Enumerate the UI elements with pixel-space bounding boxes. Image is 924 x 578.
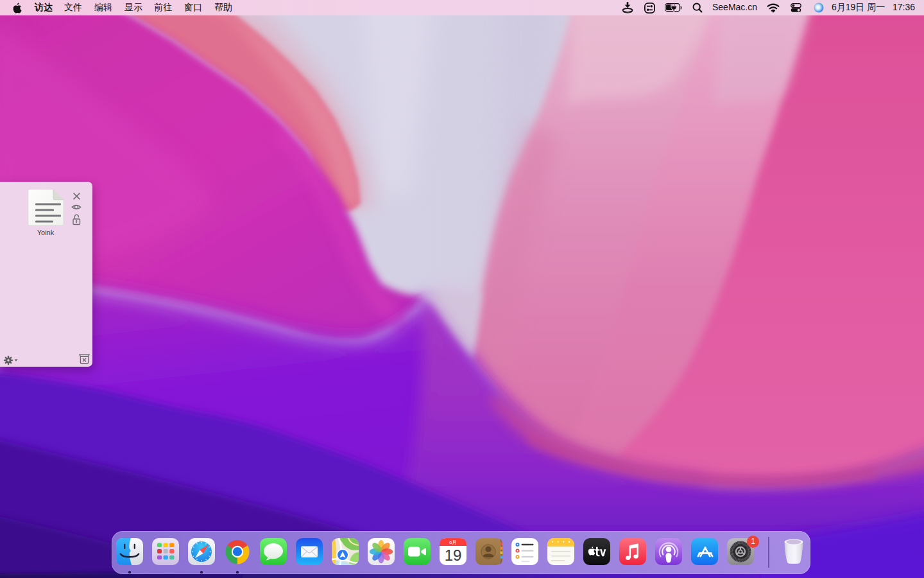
svg-text:19: 19 <box>445 547 462 564</box>
svg-text:6月: 6月 <box>449 539 457 545</box>
